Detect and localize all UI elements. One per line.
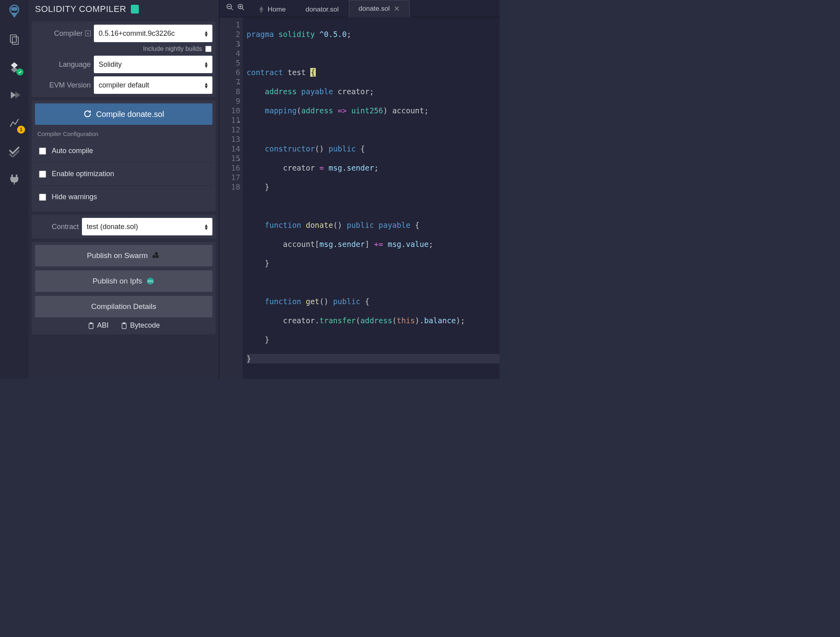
tab-donator[interactable]: donator.sol (296, 1, 348, 17)
svg-line-13 (242, 8, 244, 10)
publish-card: Publish on Swarm Publish on Ipfs IPFS Co… (32, 242, 216, 334)
hide-warnings-checkbox[interactable] (39, 194, 46, 201)
publish-swarm-button[interactable]: Publish on Swarm (35, 245, 212, 266)
copy-abi[interactable]: ABI (88, 321, 109, 330)
abi-bytecode-row: ABI Bytecode (35, 317, 212, 331)
compiler-icon[interactable] (6, 59, 23, 76)
publish-ipfs-button[interactable]: Publish on Ipfs IPFS (35, 270, 212, 292)
language-select[interactable]: Solidity ▴▾ (94, 56, 212, 73)
iconbar: 1 (0, 0, 29, 379)
caret-icon: ▴▾ (205, 82, 208, 89)
svg-rect-3 (12, 37, 18, 45)
swarm-icon (152, 251, 161, 260)
language-label: Language (59, 60, 91, 69)
evm-label: EVM Version (49, 81, 91, 89)
contract-card: Contract test (donate.sol) ▴▾ (32, 215, 216, 239)
svg-rect-2 (10, 35, 16, 43)
tab-donate[interactable]: donate.sol ✕ (349, 0, 410, 17)
gutter: 12 3▾ 456 7▾ 8910 11▾ 121314 15▾ 161718 (220, 17, 243, 379)
plugin-icon[interactable] (6, 170, 23, 187)
compile-card: Compile donate.sol Compiler Configuratio… (32, 100, 216, 212)
contract-label: Contract (52, 223, 79, 231)
auto-compile-row[interactable]: Auto compile (35, 140, 212, 162)
editor-area: Home donator.sol donate.sol ✕ 12 3▾ 456 … (220, 0, 500, 379)
panel-header: SOLIDITY COMPILER (29, 0, 219, 18)
compiler-label: Compiler + (35, 29, 91, 38)
auto-compile-checkbox[interactable] (39, 148, 46, 155)
clipboard-icon (88, 322, 95, 330)
caret-icon: ▴▾ (205, 30, 208, 37)
compile-button[interactable]: Compile donate.sol (35, 103, 212, 125)
deploy-icon[interactable] (6, 87, 23, 103)
close-icon[interactable]: ✕ (394, 4, 400, 13)
compiler-settings-card: Compiler + 0.5.16+commit.9c3226c ▴▾ Incl… (32, 21, 216, 97)
hide-warnings-row[interactable]: Hide warnings (35, 185, 212, 208)
optimize-checkbox[interactable] (39, 171, 46, 178)
contract-select[interactable]: test (donate.sol) ▴▾ (82, 218, 212, 235)
warning-badge: 1 (17, 126, 25, 134)
copy-bytecode[interactable]: Bytecode (121, 321, 160, 330)
config-heading: Compiler Configuration (37, 130, 210, 137)
ipfs-icon: IPFS (146, 277, 155, 285)
caret-icon: ▴▾ (205, 61, 208, 68)
compiler-select[interactable]: 0.5.16+commit.9c3226c ▴▾ (94, 25, 212, 42)
nightly-checkbox[interactable] (205, 46, 212, 52)
nightly-label: Include nightly builds (143, 45, 202, 52)
code-editor[interactable]: pragma solidity ^0.5.0; contract test { … (243, 17, 500, 379)
refresh-icon (83, 110, 92, 118)
side-panel: SOLIDITY COMPILER Compiler + 0.5.16+comm… (29, 0, 220, 379)
check-badge-icon (16, 68, 23, 76)
zoom-in-icon[interactable] (237, 3, 245, 13)
tab-home[interactable]: Home (249, 1, 296, 17)
caret-icon: ▴▾ (205, 223, 208, 230)
code-wrap: 12 3▾ 456 7▾ 8910 11▾ 121314 15▾ 161718 … (220, 17, 500, 379)
remix-logo-icon (6, 3, 23, 20)
plus-icon[interactable]: + (85, 31, 91, 36)
compilation-details-button[interactable]: Compilation Details (35, 296, 212, 317)
evm-select[interactable]: compiler default ▴▾ (94, 76, 212, 94)
svg-text:IPFS: IPFS (148, 280, 153, 283)
svg-line-10 (231, 8, 233, 10)
svg-rect-1 (11, 7, 18, 11)
clipboard-icon (121, 322, 128, 330)
zoom-out-icon[interactable] (226, 3, 234, 13)
file-explorer-icon[interactable] (6, 31, 23, 48)
optimize-row[interactable]: Enable optimization (35, 162, 212, 185)
tab-bar: Home donator.sol donate.sol ✕ (220, 0, 500, 17)
panel-title: SOLIDITY COMPILER (35, 4, 126, 14)
book-icon[interactable] (131, 5, 139, 14)
analysis-icon[interactable]: 1 (6, 115, 23, 131)
ethereum-icon (259, 6, 264, 13)
tests-icon[interactable] (6, 142, 23, 159)
